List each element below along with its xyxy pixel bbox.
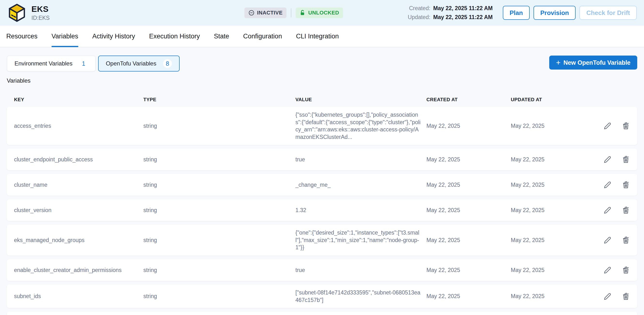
table-row: vpc_id string vpc-078b51c6cbc5581f1 May … (7, 312, 637, 315)
subtab-environment-variables[interactable]: Environment Variables 1 (7, 55, 96, 71)
timestamps: Created: May 22, 2025 11:22 AM Updated: … (408, 5, 493, 20)
variable-value: {"sso":{"kubernetes_groups":[],"policy_a… (296, 111, 426, 141)
tab-state[interactable]: State (214, 26, 229, 47)
pencil-icon (604, 292, 612, 301)
trash-icon (622, 155, 630, 164)
environment-page: EKS ID:EKS INACTIVE UNLOCKED Created: Ma… (0, 0, 644, 315)
variable-created-at: May 22, 2025 (426, 237, 511, 244)
tab-bar: Resources Variables Activity History Exe… (0, 26, 644, 47)
trash-icon (622, 236, 630, 244)
variable-type: string (143, 156, 296, 163)
pencil-icon (604, 122, 612, 130)
column-header-created-at: CREATED AT (426, 97, 511, 102)
row-actions (589, 292, 630, 301)
variable-value: _change_me_ (296, 181, 426, 189)
variable-type: string (143, 293, 296, 300)
tab-cli-integration[interactable]: CLI Integration (296, 26, 339, 47)
plan-button[interactable]: Plan (503, 6, 530, 20)
opentofu-variables-count: 8 (163, 59, 172, 68)
tab-configuration[interactable]: Configuration (243, 26, 282, 47)
delete-variable-button[interactable] (622, 181, 630, 189)
tab-variables[interactable]: Variables (52, 26, 78, 47)
edit-variable-button[interactable] (604, 122, 612, 130)
variable-updated-at: May 22, 2025 (511, 123, 589, 129)
variable-key: cluster_version (14, 207, 143, 214)
variable-type: string (143, 207, 296, 214)
brand: EKS ID:EKS (7, 3, 50, 22)
variable-updated-at: May 22, 2025 (511, 207, 589, 214)
variable-updated-at: May 22, 2025 (511, 293, 589, 300)
variable-value: true (296, 156, 426, 163)
variable-type: string (143, 237, 296, 244)
edit-variable-button[interactable] (604, 155, 612, 164)
column-header-type: TYPE (143, 97, 296, 102)
variable-type: string (143, 267, 296, 274)
edit-variable-button[interactable] (604, 206, 612, 214)
plus-icon: + (556, 59, 560, 66)
page-title: EKS (32, 4, 50, 14)
pencil-icon (604, 236, 612, 244)
delete-variable-button[interactable] (622, 155, 630, 164)
lock-badge: UNLOCKED (296, 7, 343, 18)
unlocked-padlock-icon (300, 10, 306, 16)
delete-variable-button[interactable] (622, 236, 630, 244)
header-right: Created: May 22, 2025 11:22 AM Updated: … (408, 5, 637, 20)
edit-variable-button[interactable] (604, 181, 612, 189)
row-actions (589, 181, 630, 189)
variable-value: {"one":{"desired_size":1,"instance_types… (296, 229, 426, 251)
variable-type: string (143, 182, 296, 188)
table-row: eks_managed_node_groups string {"one":{"… (7, 225, 637, 256)
delete-variable-button[interactable] (622, 292, 630, 301)
delete-variable-button[interactable] (622, 206, 630, 214)
column-header-key: KEY (14, 97, 143, 102)
variable-value: ["subnet-08f14e7142d333595","subnet-0680… (296, 289, 426, 304)
tab-resources[interactable]: Resources (6, 26, 38, 47)
subtab-opentofu-variables[interactable]: OpenTofu Variables 8 (98, 55, 180, 71)
provision-button[interactable]: Provision (534, 6, 576, 20)
row-actions (589, 206, 630, 214)
row-actions (589, 236, 630, 244)
variable-key: eks_managed_node_groups (14, 237, 143, 244)
edit-variable-button[interactable] (604, 292, 612, 301)
variable-key: enable_cluster_creator_admin_permissions (14, 267, 143, 274)
title-block: EKS ID:EKS (32, 4, 50, 21)
edit-variable-button[interactable] (604, 236, 612, 244)
variables-content: Environment Variables 1 OpenTofu Variabl… (0, 55, 644, 315)
table-row: enable_cluster_creator_admin_permissions… (7, 259, 637, 281)
trash-icon (622, 266, 630, 274)
variable-type: string (143, 123, 296, 129)
variable-created-at: May 22, 2025 (426, 182, 511, 188)
status-badges: INACTIVE UNLOCKED (244, 7, 343, 18)
new-opentofu-variable-button[interactable]: + New OpenTofu Variable (549, 55, 637, 70)
status-badge: INACTIVE (244, 7, 286, 18)
variable-created-at: May 22, 2025 (426, 123, 511, 129)
badge-divider (291, 8, 291, 17)
tab-execution-history[interactable]: Execution History (149, 26, 200, 47)
updated-label: Updated: (408, 14, 430, 20)
subtab-label: OpenTofu Variables (106, 60, 156, 67)
environment-id: ID:EKS (32, 15, 50, 21)
created-label: Created: (408, 5, 430, 11)
circle-minus-icon (248, 10, 254, 16)
edit-variable-button[interactable] (604, 266, 612, 274)
section-title: Variables (7, 77, 637, 84)
trash-icon (622, 292, 630, 301)
table-row: cluster_name string _change_me_ May 22, … (7, 174, 637, 196)
trash-icon (622, 206, 630, 214)
trash-icon (622, 122, 630, 130)
variable-key: subnet_ids (14, 293, 143, 300)
subtab-label: Environment Variables (14, 60, 72, 67)
created-value: May 22, 2025 11:22 AM (433, 5, 493, 11)
table-row: cluster_version string 1.32 May 22, 2025… (7, 199, 637, 221)
row-actions (589, 122, 630, 130)
variable-key: cluster_name (14, 182, 143, 188)
delete-variable-button[interactable] (622, 266, 630, 274)
trash-icon (622, 181, 630, 189)
tab-activity-history[interactable]: Activity History (92, 26, 135, 47)
variable-updated-at: May 22, 2025 (511, 237, 589, 244)
column-header-value: VALUE (296, 97, 426, 102)
check-for-drift-button[interactable]: Check for Drift (580, 6, 637, 20)
delete-variable-button[interactable] (622, 122, 630, 130)
pencil-icon (604, 155, 612, 164)
variable-updated-at: May 22, 2025 (511, 182, 589, 188)
